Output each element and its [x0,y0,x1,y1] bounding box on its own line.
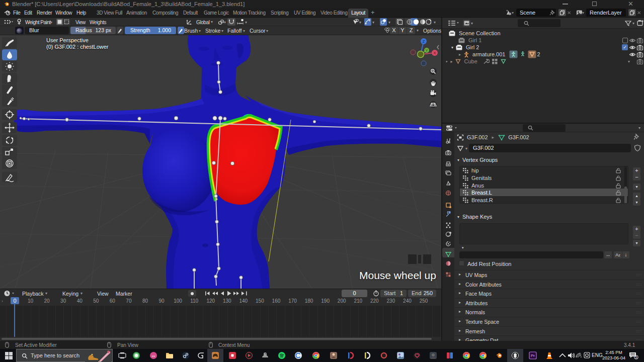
svg-text:5: 5 [635,355,637,359]
svg-text:Z: Z [423,39,425,44]
svg-text:ov: ov [152,354,155,357]
svg-text:X: X [433,51,436,55]
svg-text:Pr: Pr [531,353,535,358]
svg-text:Y: Y [426,49,428,52]
